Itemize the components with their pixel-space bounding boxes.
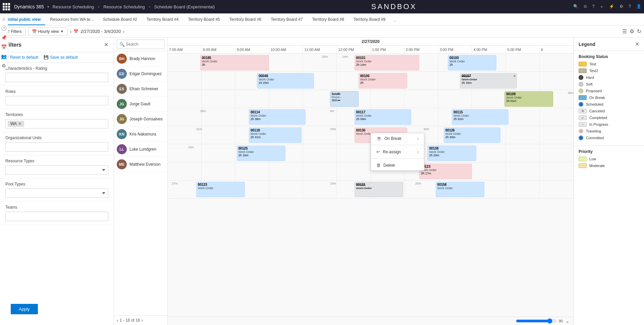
territory-tag-wa: WA ✕: [8, 121, 24, 127]
work-block-00101[interactable]: 00101 Work Order 2h 14m: [355, 55, 420, 70]
work-block-00100[interactable]: 00100 Work Order 2h: [448, 55, 496, 70]
left-nav-schedule[interactable]: 📅: [1, 44, 7, 50]
next-date-button[interactable]: ›: [123, 29, 124, 34]
filter-characteristics-input[interactable]: [5, 73, 108, 82]
work-block-00158[interactable]: 00158 Work Order: [436, 182, 484, 197]
tab-territory-board-8[interactable]: Territory Board #8: [308, 14, 349, 25]
cell-edgar-1: [168, 72, 202, 90]
resource-search-input[interactable]: [117, 40, 165, 49]
work-block-00117[interactable]: 00117 Work Order 2h 09m: [355, 109, 411, 125]
list-view-icon[interactable]: ☰: [622, 28, 627, 35]
resource-item-edgar[interactable]: ED Edgar Dominguez: [114, 66, 167, 82]
left-nav-pinned[interactable]: 📌: [1, 35, 7, 40]
tab-territory-board-6[interactable]: Territory Board #6: [225, 14, 266, 25]
filter-resource-types-select[interactable]: [5, 165, 108, 175]
resource-item-joseph[interactable]: JG Joseph Gonsalves: [114, 112, 167, 127]
work-block-00107[interactable]: 00107 Work Order 2h 34m ✕: [460, 73, 517, 89]
left-nav-recent[interactable]: 🕐: [1, 25, 7, 31]
work-block-00109[interactable]: 00109 Work Order 2h 01m: [504, 91, 553, 107]
reset-to-default-button[interactable]: ↺ Reset to default: [5, 55, 38, 60]
filter-pool-types-label: Pool Types: [5, 182, 108, 186]
filter-territories-input[interactable]: WA ✕: [5, 119, 108, 128]
filter-teams-input[interactable]: [5, 212, 108, 221]
work-block-south[interactable]: South Requir... 30m⬅: [330, 91, 359, 107]
tab-territory-board-5[interactable]: Territory Board #5: [183, 14, 224, 25]
cell-efrain-4: [269, 90, 303, 108]
resource-item-jorge[interactable]: JG Jorge Gault: [114, 97, 167, 112]
zoom-slider[interactable]: [516, 318, 556, 324]
tab-more[interactable]: ...: [390, 15, 399, 25]
tab-initial-public-view[interactable]: Initial public view: [3, 14, 45, 25]
filter-org-units-input[interactable]: [5, 142, 108, 152]
work-block-00114[interactable]: 00114 Work Order 2h 38m: [249, 109, 306, 125]
legend-in-progress: ··· In Progress: [579, 122, 639, 127]
copilot-icon[interactable]: ⊙: [584, 4, 587, 10]
zoom-expand-button[interactable]: ⌄: [566, 318, 570, 324]
settings-board-icon[interactable]: ⚙: [630, 28, 634, 35]
app-name[interactable]: Dynamics 365: [14, 4, 44, 9]
left-nav-people[interactable]: 👥: [1, 54, 7, 59]
save-as-default-button[interactable]: 💾 Save as default: [44, 55, 78, 60]
work-block-00138[interactable]: 00138 Work Order 2h 20m: [427, 146, 476, 161]
prev-date-button[interactable]: ‹: [70, 29, 72, 34]
search-top-icon[interactable]: 🔍: [573, 4, 578, 10]
avatar-kris: KN: [117, 129, 127, 139]
hourly-view-button[interactable]: 📅 Hourly view ▼: [28, 28, 67, 36]
add-icon[interactable]: ＋: [600, 4, 604, 10]
tab-schedule-board-2[interactable]: Schedule Board #2: [98, 14, 142, 25]
nav-resource-scheduling-1[interactable]: Resource Scheduling: [53, 4, 94, 9]
resource-prev-button[interactable]: ‹: [117, 318, 118, 323]
filters-header: Filters ✕: [0, 38, 114, 52]
committed-label: Committed: [586, 136, 604, 140]
left-nav-settings[interactable]: ⚙: [2, 63, 6, 68]
nav-resource-scheduling-2[interactable]: Resource Scheduling: [103, 4, 145, 9]
work-block-00123[interactable]: 00123 Work Order 2h 17m: [419, 164, 472, 179]
resource-item-efrain[interactable]: ES Efrain Schreiner: [114, 82, 167, 97]
filter-pool-types-select[interactable]: [5, 188, 108, 198]
work-block-00115[interactable]: 00115 Work Order 2h 52m: [452, 109, 508, 125]
cell-efrain-2: [202, 90, 235, 108]
apply-button[interactable]: Apply: [11, 304, 38, 314]
schedule-main: 🔍 BH Brady Hannon ED Edgar Dominguez ES …: [114, 38, 644, 325]
help-icon[interactable]: ?: [592, 4, 595, 10]
work-block-00048[interactable]: 00048 Work Order 1h 20m: [257, 73, 314, 89]
waffle-icon[interactable]: [3, 3, 10, 10]
work-block-00126[interactable]: 00126 Work Order 2h 30m: [444, 127, 500, 143]
resource-item-kris[interactable]: KN Kris Nakamura: [114, 127, 167, 142]
test2-label: Test2: [589, 69, 598, 73]
work-block-00185[interactable]: 00185 Work Order 3h: [200, 55, 269, 70]
filter-territories-label: Territories: [5, 112, 108, 117]
nav-schedule-board[interactable]: Schedule Board (Experimental): [154, 4, 215, 9]
resource-item-matthew[interactable]: ME Matthew Everson: [114, 157, 167, 172]
close-block-icon[interactable]: ✕: [513, 74, 516, 78]
tab-territory-board-4[interactable]: Territory Board #4: [142, 14, 183, 25]
refresh-icon[interactable]: ↻: [637, 28, 641, 35]
work-block-00106[interactable]: 00106 Work Order 2h: [359, 73, 407, 89]
resource-item-brady[interactable]: BH Brady Hannon: [114, 51, 167, 66]
avatar-luke: LL: [117, 144, 127, 154]
tag-remove-icon[interactable]: ✕: [18, 121, 21, 126]
hourly-view-label: Hourly view: [38, 29, 59, 34]
filter-roles-input[interactable]: [5, 96, 108, 105]
in-progress-label: In Progress: [589, 122, 608, 126]
resource-item-luke[interactable]: LL Luke Lundgren: [114, 142, 167, 157]
work-block-00125[interactable]: 00125 Work Order 2h 16m: [237, 146, 285, 161]
context-reassign[interactable]: ↩ Re-assign ›: [371, 147, 424, 157]
context-on-break[interactable]: ☕ On Break ›: [371, 133, 424, 144]
left-nav-home[interactable]: ⌂: [2, 16, 5, 21]
context-delete[interactable]: 🗑 Delete: [371, 160, 424, 170]
tab-territory-board-9[interactable]: Territory Board #9: [349, 14, 390, 25]
question-icon[interactable]: ?: [629, 4, 631, 10]
settings-icon[interactable]: ⚙: [620, 4, 623, 10]
filter-icon[interactable]: ⚡: [609, 4, 614, 10]
context-reassign-label: Re-assign: [383, 150, 401, 154]
filters-close-button[interactable]: ✕: [104, 42, 108, 48]
user-icon[interactable]: 👤: [636, 4, 641, 10]
tab-resources-wa[interactable]: Resources from WA te...: [45, 14, 98, 25]
work-block-00133[interactable]: 00133 Work Order: [196, 182, 245, 197]
resource-next-button[interactable]: ›: [141, 318, 143, 323]
work-block-00118[interactable]: 00118 Work Order 2h 31m: [249, 127, 302, 143]
legend-close-button[interactable]: ✕: [635, 41, 639, 47]
tab-territory-board-7[interactable]: Territory Board #7: [266, 14, 307, 25]
work-block-00131[interactable]: 00131 Work Order: [355, 182, 403, 197]
